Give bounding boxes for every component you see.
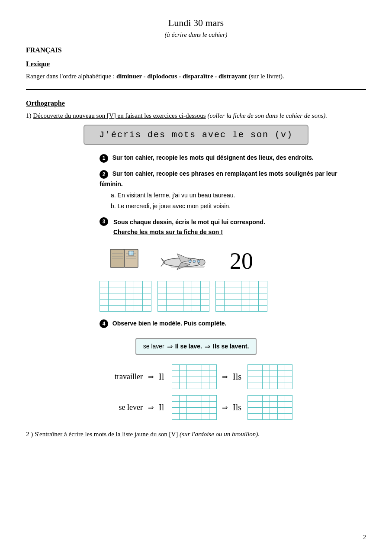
lexique-text: Ranger dans l'ordre alphabétique : dimin… bbox=[26, 71, 366, 81]
model-box: se laver ⇒ Il se lave. ⇒ Ils se lavent. bbox=[135, 338, 257, 355]
conj-ils-2: Ils bbox=[233, 403, 244, 412]
page-subtitle: (à écrire dans le cahier) bbox=[26, 31, 366, 39]
conj-arrow-2b: ⇒ bbox=[222, 403, 228, 412]
model-center: se laver ⇒ Il se lave. ⇒ Ils se lavent. bbox=[26, 335, 366, 360]
model-arrow1: ⇒ bbox=[167, 342, 173, 351]
conj-grid-2b bbox=[247, 395, 292, 420]
exercise-4: 4 Observe bien le modèle. Puis complète. bbox=[100, 319, 353, 329]
exercise-1-number: 1 bbox=[100, 154, 108, 163]
svg-point-19 bbox=[193, 260, 196, 263]
sound-card-outer: J'écris des mots avec le son (v) bbox=[84, 125, 308, 145]
svg-point-20 bbox=[197, 260, 200, 263]
page-title: Lundi 30 mars bbox=[26, 17, 366, 29]
section-divider bbox=[26, 89, 366, 90]
exercise-2-text: Sur ton cahier, recopie ces phrases en r… bbox=[100, 170, 337, 187]
airplane-image bbox=[157, 244, 209, 278]
exercise-intro: 1) Découverte du nouveau son [V] en fais… bbox=[26, 111, 366, 121]
svg-rect-0 bbox=[110, 249, 124, 267]
model-part1: Il se lave. bbox=[175, 343, 202, 350]
conj-label-1: travailler bbox=[100, 372, 143, 381]
svg-marker-15 bbox=[161, 262, 165, 267]
svg-marker-14 bbox=[161, 258, 165, 262]
drawing-section: 20 bbox=[100, 244, 292, 312]
conj-grid-1a bbox=[172, 364, 217, 389]
conj-row-2: se lever ⇒ Il ⇒ Ils bbox=[100, 395, 292, 420]
page-number: 2 bbox=[363, 534, 366, 541]
conj-grid-2a bbox=[172, 395, 217, 420]
sound-card-title: J'écris des mots avec le son (v) bbox=[84, 125, 308, 145]
writing-grid-2 bbox=[157, 281, 209, 312]
model-before: se laver bbox=[143, 343, 164, 350]
conj-grid-1b bbox=[247, 364, 292, 389]
conj-il-1: Il bbox=[159, 372, 168, 382]
exercise-2-sub-b: b. Le mercredi, je joue avec mon petit v… bbox=[111, 202, 353, 211]
writing-grid-1 bbox=[100, 281, 151, 312]
exercise-3-line2: Cherche les mots sur ta fiche de son ! bbox=[113, 229, 223, 235]
book-image bbox=[100, 244, 151, 278]
drawing-airplane bbox=[157, 244, 209, 312]
conj-arrow-1b: ⇒ bbox=[222, 373, 228, 381]
writing-grid-3 bbox=[215, 281, 267, 312]
conjugation-section: travailler ⇒ Il ⇒ Ils se lever ⇒ Il ⇒ Il bbox=[100, 364, 292, 420]
drawing-book bbox=[100, 244, 151, 312]
svg-point-18 bbox=[189, 260, 191, 263]
conj-label-2: se lever bbox=[100, 403, 143, 412]
conj-arrow-1a: ⇒ bbox=[148, 373, 154, 381]
exercise-2: 2 Sur ton cahier, recopie ces phrases en… bbox=[100, 169, 353, 211]
exercise-3: 3 Sous chaque dessin, écris le mot qui l… bbox=[100, 217, 353, 238]
exercise-3-line1: Sous chaque dessin, écris le mot qui lui… bbox=[113, 219, 265, 225]
drawing-twenty: 20 bbox=[215, 244, 267, 312]
section-2: 2 ) S'entraîner à écrire les mots de la … bbox=[26, 429, 366, 439]
conj-row-1: travailler ⇒ Il ⇒ Ils bbox=[100, 364, 292, 389]
subsection-orthographe: Orthographe bbox=[26, 100, 366, 107]
model-arrow2: ⇒ bbox=[205, 342, 210, 351]
exercise-1-text: Sur ton cahier, recopie les mots qui dés… bbox=[112, 154, 314, 161]
section-francais: FRANÇAIS bbox=[26, 46, 366, 54]
exercise-1: 1 Sur ton cahier, recopie les mots qui d… bbox=[100, 153, 353, 163]
exercise-2-number: 2 bbox=[100, 170, 108, 179]
exercise-4-text: Observe bien le modèle. Puis complète. bbox=[112, 320, 227, 327]
svg-rect-9 bbox=[129, 251, 134, 255]
exercise-2-sub-a: a. En visitant la ferme, j'ai vu un beau… bbox=[111, 191, 353, 200]
conj-arrow-2a: ⇒ bbox=[148, 403, 154, 412]
model-part2: Ils se lavent. bbox=[213, 343, 249, 350]
exercise-3-number: 3 bbox=[100, 217, 108, 226]
subsection-lexique: Lexique bbox=[26, 60, 366, 68]
exercise-4-number: 4 bbox=[100, 319, 108, 328]
conj-il-2: Il bbox=[159, 403, 168, 412]
conj-ils-1: Ils bbox=[233, 372, 244, 382]
twenty-image: 20 bbox=[215, 244, 267, 278]
